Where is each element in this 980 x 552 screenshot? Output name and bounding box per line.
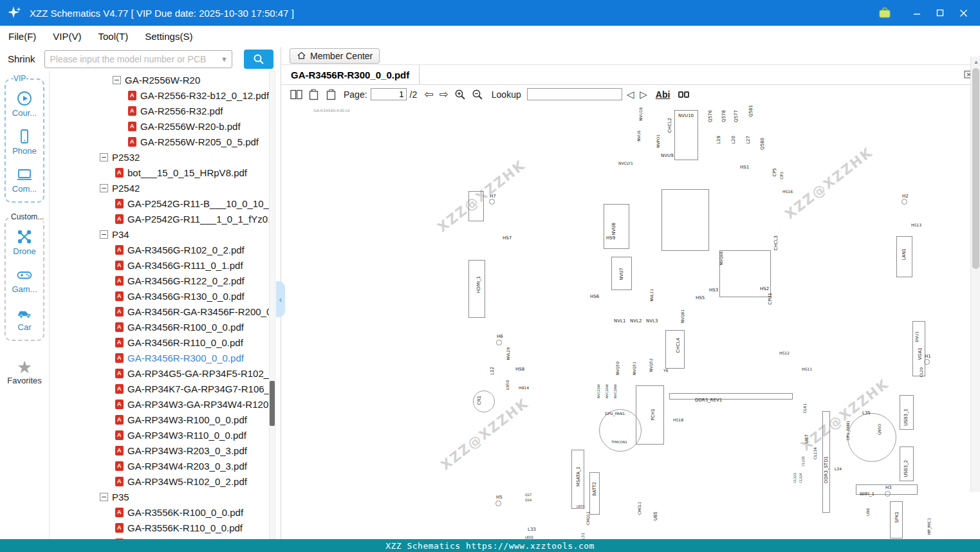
chevron-down-icon[interactable]: ▼ <box>217 55 232 63</box>
tree-file-row[interactable]: GA-RP34W3-R110_0_0.pdf <box>50 427 269 443</box>
pdf-scrollbar[interactable]: ▲ <box>970 57 980 492</box>
component-label: HS5 <box>696 296 705 300</box>
next-page-icon[interactable]: ⇨ <box>438 87 450 101</box>
pdf-icon <box>128 91 136 100</box>
sidebar-item-drone[interactable]: Drone <box>13 228 35 256</box>
tree-file-row[interactable]: bot___15_0_15_HRpV8.pdf <box>50 165 269 180</box>
tree-group-row[interactable]: P35 <box>50 489 269 504</box>
collapse-node-icon[interactable] <box>100 230 108 239</box>
tree-file-row[interactable]: GA-R3556K-R110_0_0.pdf <box>50 520 269 535</box>
collapse-node-icon[interactable] <box>100 153 108 161</box>
component-label: NVL31 <box>581 533 585 539</box>
collapse-panel-handle[interactable]: ‹ <box>276 281 285 317</box>
document-tab[interactable]: GA-R3456R-R300_0_0.pdf <box>281 65 420 84</box>
tree-file-row[interactable]: GA-R2556-R32-b12_0_12.pdf <box>50 87 269 103</box>
rotate-left-icon[interactable] <box>306 87 320 102</box>
tree-file-row[interactable]: GA-R2556W-R205_0_5.pdf <box>50 134 269 149</box>
collapse-node-icon[interactable] <box>100 493 108 501</box>
custom-box: Custom... Drone <box>5 217 44 341</box>
zoom-in-icon[interactable] <box>453 87 467 102</box>
component-label: Y6 <box>663 369 668 373</box>
tree-file-row[interactable]: GA-R3456G-R111_0_1.pdf <box>50 257 269 273</box>
pdf-icon <box>115 199 124 208</box>
tree-file-row[interactable]: GA-R3456R-R300_0_0.pdf <box>50 350 269 365</box>
two-page-view-icon[interactable] <box>289 87 303 102</box>
zoom-out-icon[interactable] <box>470 87 485 102</box>
tree-scrollbar-thumb[interactable] <box>270 381 275 426</box>
menu-item[interactable]: File(F) <box>0 31 44 42</box>
tree-file-row[interactable]: GA-P2542G-R11-B___10_0_10_V1 <box>50 196 269 211</box>
component-label: CHQ11 <box>586 511 590 525</box>
scroll-up-icon[interactable]: ▲ <box>974 59 979 65</box>
rotate-right-icon[interactable] <box>324 87 338 102</box>
component-outline <box>604 204 629 249</box>
find-previous-icon[interactable]: ◁ <box>625 89 636 100</box>
pdf-scrollbar-thumb[interactable] <box>972 68 979 269</box>
component-label: NVU18 <box>639 107 643 121</box>
tree-file-row[interactable]: GA-R3456G-R122_0_2.pdf <box>50 273 269 288</box>
tree-group-row[interactable]: P2532 <box>50 149 269 165</box>
tree-file-row[interactable]: GA-R2556-R32.pdf <box>50 103 269 118</box>
sidebar-item-course[interactable]: Cour... <box>12 90 37 118</box>
component-label: CPU_FAN1 <box>846 421 850 441</box>
component-label: BATT2 <box>593 482 597 496</box>
briefcase-icon[interactable] <box>873 3 896 23</box>
tree-file-row[interactable]: GA-R3456R-R100_0_0.pdf <box>50 319 269 335</box>
minimize-button[interactable] <box>905 3 929 23</box>
text-select-tool[interactable]: Abi <box>656 89 670 100</box>
collapse-node-icon[interactable] <box>113 76 121 84</box>
tree-file-row[interactable]: GA-R3456G-R102_0_2.pdf <box>50 242 269 257</box>
tree-file-label: GA-R2556-R32.pdf <box>140 106 223 116</box>
sidebar-item-game[interactable]: Gam... <box>12 266 37 294</box>
shrink-button[interactable]: Shrink <box>4 52 39 66</box>
maximize-button[interactable] <box>929 3 952 23</box>
tree-file-row[interactable] <box>50 535 269 539</box>
component-label: Q580 <box>761 138 765 150</box>
sidebar-item-label: Phone <box>12 146 37 156</box>
component-label: CP3 <box>780 172 784 179</box>
menu-item[interactable]: Tool(T) <box>90 31 137 42</box>
tree-file-row[interactable]: GA-R3456R-R110_0_0.pdf <box>50 335 269 350</box>
sidebar-item-phone[interactable]: Phone <box>12 128 37 156</box>
tree-file-row[interactable]: GA-RP34W5-R102_0_2.pdf <box>50 474 269 489</box>
search-button[interactable] <box>244 50 273 69</box>
sidebar-item-favorites[interactable]: ★ Favorites <box>7 359 41 385</box>
tree-file-row[interactable]: GA-RP34W3-GA-RP34W4-R120 <box>50 396 269 412</box>
tree-file-label: GA-RP34W3-R203_0_3.pdf <box>127 445 247 456</box>
pdf-icon <box>115 291 124 301</box>
tree-group-row[interactable]: P34 <box>50 226 269 242</box>
sidebar-item-car[interactable]: Car <box>16 304 33 332</box>
schematic-canvas[interactable]: GA-R3456R-R30.tdNVU18CHCL2NVU10Q576Q578Q… <box>281 104 980 539</box>
tree-file-row[interactable]: GA-R2556W-R20-b.pdf <box>50 118 269 134</box>
tree-group-row[interactable]: GA-R2556W-R20 <box>50 72 269 87</box>
menu-item[interactable]: VIP(V) <box>44 31 89 42</box>
tree-file-row[interactable]: GA-RP34W3-R203_0_3.pdf <box>50 443 269 458</box>
tree-file-row[interactable]: GA-RP34K7-GA-RP34G7-R106_0 <box>50 381 269 396</box>
member-center-button[interactable]: Member Center <box>290 48 380 64</box>
close-button[interactable] <box>952 3 975 23</box>
tree-scrollbar[interactable] <box>269 71 275 539</box>
page-number-input[interactable] <box>371 88 407 100</box>
sidebar-item-computer[interactable]: Com... <box>12 166 37 194</box>
tree-file-row[interactable]: GA-R3456R-GA-R3456F-R200_0 <box>50 304 269 319</box>
tree-file-row[interactable]: GA-R3456G-R130_0_0.pdf <box>50 288 269 304</box>
search-input[interactable] <box>45 54 217 64</box>
tree-file-row[interactable]: GA-R3556K-R100_0_0.pdf <box>50 504 269 520</box>
menu-item[interactable]: Settings(S) <box>136 31 201 42</box>
app-logo-icon <box>0 5 30 21</box>
tree-file-row[interactable]: GA-RP34G5-GA-RP34F5-R102_0 <box>50 365 269 381</box>
play-icon <box>16 90 33 107</box>
tree-group-row[interactable]: P2542 <box>50 180 269 196</box>
previous-page-icon[interactable]: ⇦ <box>423 87 434 101</box>
lookup-input[interactable] <box>527 88 622 100</box>
component-label: VGA1 <box>918 347 923 360</box>
component-label: NVQ51 <box>633 362 636 375</box>
collapse-node-icon[interactable] <box>100 184 108 192</box>
find-next-icon[interactable]: ▷ <box>638 89 649 100</box>
component-label: SPK1 <box>895 511 900 523</box>
tree-file-row[interactable]: GA-P2542G-R11___1_0_1_fYz01.p <box>50 211 269 226</box>
tree-file-row[interactable]: GA-RP34W3-R100_0_0.pdf <box>50 412 269 427</box>
component-label: Q14 <box>525 499 532 502</box>
tree-file-row[interactable]: GA-RP34W4-R203_0_3.pdf <box>50 458 269 474</box>
compare-view-icon[interactable] <box>678 91 689 98</box>
